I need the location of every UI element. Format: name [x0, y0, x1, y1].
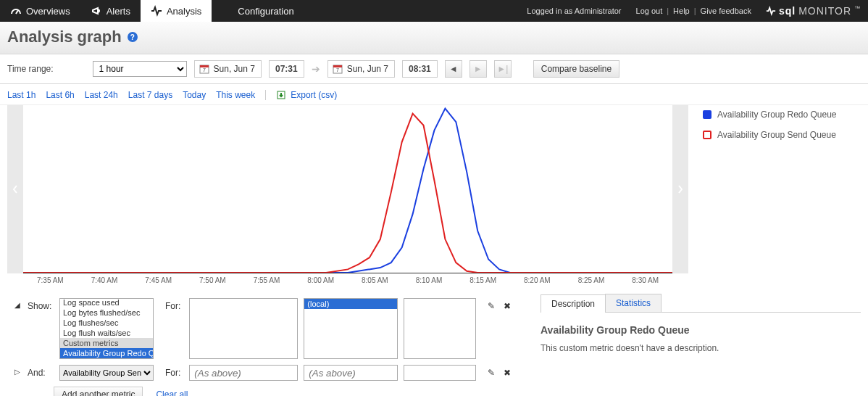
nav-label: Analysis	[167, 6, 201, 17]
logout-link[interactable]: Log out	[636, 7, 663, 15]
metric-select-list[interactable]: Log space usedLog bytes flushed/secLog f…	[59, 298, 154, 359]
x-tick: 7:40 AM	[91, 276, 118, 284]
step-forward-button[interactable]: ►	[470, 60, 487, 78]
time-range-select[interactable]: 1 hour	[93, 61, 187, 77]
from-date-text: Sun, Jun 7	[214, 64, 255, 74]
chevron-left-icon	[12, 184, 19, 194]
for-list-2[interactable]: (local)	[304, 298, 398, 359]
list-item[interactable]: Availability Group Redo Queue	[60, 348, 153, 358]
expand-toggle[interactable]: ▷	[14, 365, 22, 376]
swatch-filled-icon	[703, 110, 711, 119]
svg-text:7: 7	[203, 67, 206, 73]
brand-tm: ™	[854, 5, 861, 12]
pulse-icon	[766, 6, 776, 16]
from-date-picker[interactable]: 7 Sun, Jun 7	[194, 60, 262, 78]
edit-icon[interactable]: ✎	[488, 301, 495, 311]
remove-icon[interactable]: ✖	[504, 368, 511, 378]
nav-tab-configuration[interactable]: Configuration	[212, 0, 304, 22]
to-date-picker[interactable]: 7 Sun, Jun 7	[327, 60, 395, 78]
collapse-toggle[interactable]: ◢	[14, 298, 22, 309]
quick-today[interactable]: Today	[183, 90, 206, 100]
x-tick: 7:50 AM	[199, 276, 226, 284]
page-header: Analysis graph ?	[0, 22, 868, 54]
nav-tab-analysis[interactable]: Analysis	[141, 0, 212, 22]
top-nav: Overviews Alerts Analysis Configuration …	[0, 0, 868, 22]
list-item[interactable]: (local)	[304, 299, 397, 309]
list-item[interactable]: Custom metrics	[60, 338, 153, 348]
legend-item-redo[interactable]: Availability Group Redo Queue	[703, 110, 861, 120]
legend-label: Availability Group Redo Queue	[717, 110, 837, 120]
brand-bold: sql	[779, 5, 796, 17]
nav-tabs: Overviews Alerts Analysis Configuration	[0, 0, 304, 22]
help-icon[interactable]: ?	[128, 32, 138, 42]
tab-description[interactable]: Description	[541, 294, 606, 313]
chart-legend: Availability Group Redo Queue Availabili…	[703, 105, 861, 286]
and-for-input-3[interactable]	[404, 365, 476, 381]
list-item[interactable]: Log space used	[60, 298, 153, 308]
legend-label: Availability Group Send Queue	[717, 130, 836, 140]
and-metric-select[interactable]: Availability Group Send Queue	[59, 365, 154, 381]
step-back-button[interactable]: ◄	[445, 60, 462, 78]
calendar-icon: 7	[333, 64, 343, 74]
quick-last24h[interactable]: Last 24h	[85, 90, 118, 100]
metric-controls: ◢ Show: Log space usedLog bytes flushed/…	[7, 294, 529, 396]
tab-statistics[interactable]: Statistics	[605, 294, 662, 312]
x-tick: 8:00 AM	[307, 276, 334, 284]
remove-icon[interactable]: ✖	[504, 301, 511, 311]
chart-handle-left[interactable]	[7, 105, 23, 273]
megaphone-icon	[91, 5, 102, 17]
legend-item-send[interactable]: Availability Group Send Queue	[703, 130, 861, 140]
and-row: ▷ And: Availability Group Send Queue For…	[14, 365, 522, 381]
nav-tab-overviews[interactable]: Overviews	[0, 0, 80, 22]
swatch-hollow-icon	[703, 131, 711, 139]
list-item[interactable]: Log bytes flushed/sec	[60, 308, 153, 318]
chart-plot[interactable]	[23, 105, 672, 273]
feedback-link[interactable]: Give feedback	[701, 7, 751, 15]
x-tick: 8:20 AM	[524, 276, 551, 284]
show-label: Show:	[28, 298, 54, 311]
chart-area: 7:35 AM7:40 AM7:45 AM7:50 AM7:55 AM8:00 …	[0, 105, 868, 294]
step-end-button[interactable]: ►|	[494, 60, 512, 78]
export-csv-link[interactable]: Export (csv)	[276, 90, 337, 100]
quick-last6h[interactable]: Last 6h	[46, 90, 74, 100]
panel-tabs: Description Statistics	[541, 294, 861, 313]
export-icon	[276, 90, 286, 100]
x-tick: 8:10 AM	[416, 276, 443, 284]
quick-last1h[interactable]: Last 1h	[7, 90, 36, 100]
for-list-3[interactable]	[404, 298, 476, 359]
edit-icon[interactable]: ✎	[488, 368, 495, 378]
nav-tab-alerts[interactable]: Alerts	[80, 0, 141, 22]
chevron-right-icon	[677, 184, 684, 194]
brand-thin: MONITOR	[798, 5, 851, 17]
quick-last7d[interactable]: Last 7 days	[128, 90, 172, 100]
wrench-icon	[222, 5, 233, 17]
for-list-1[interactable]	[189, 298, 298, 359]
help-link[interactable]: Help	[673, 7, 690, 15]
add-metric-button[interactable]: Add another metric	[54, 387, 143, 396]
x-tick: 8:30 AM	[632, 276, 659, 284]
x-tick: 8:05 AM	[362, 276, 388, 284]
pulse-icon	[151, 5, 162, 17]
gauge-icon	[10, 5, 22, 17]
brand-logo: sql MONITOR™	[766, 5, 861, 17]
quick-range-links: Last 1h Last 6h Last 24h Last 7 days Tod…	[0, 84, 868, 105]
time-range-label: Time range:	[7, 64, 54, 74]
x-tick: 7:55 AM	[254, 276, 280, 284]
clear-all-link[interactable]: Clear all	[156, 389, 188, 396]
top-right-links: Logged in as Administrator Log out | Hel…	[527, 0, 868, 22]
and-for-input-1[interactable]	[189, 365, 298, 381]
to-time[interactable]: 08:31	[402, 60, 438, 78]
divider	[265, 90, 266, 100]
description-panel: Description Statistics Availability Grou…	[541, 294, 861, 353]
and-for-input-2[interactable]	[304, 365, 398, 381]
nav-label: Overviews	[26, 6, 70, 17]
show-row: ◢ Show: Log space usedLog bytes flushed/…	[14, 298, 522, 359]
list-item[interactable]: Log flushes/sec	[60, 318, 153, 328]
compare-baseline-button[interactable]: Compare baseline	[533, 60, 619, 78]
from-time[interactable]: 07:31	[269, 60, 304, 78]
chart-handle-right[interactable]	[672, 105, 688, 273]
chart-x-axis: 7:35 AM7:40 AM7:45 AM7:50 AM7:55 AM8:00 …	[23, 276, 672, 286]
list-item[interactable]: Log flush waits/sec	[60, 328, 153, 338]
page-title: Analysis graph	[7, 28, 122, 46]
quick-thisweek[interactable]: This week	[216, 90, 255, 100]
